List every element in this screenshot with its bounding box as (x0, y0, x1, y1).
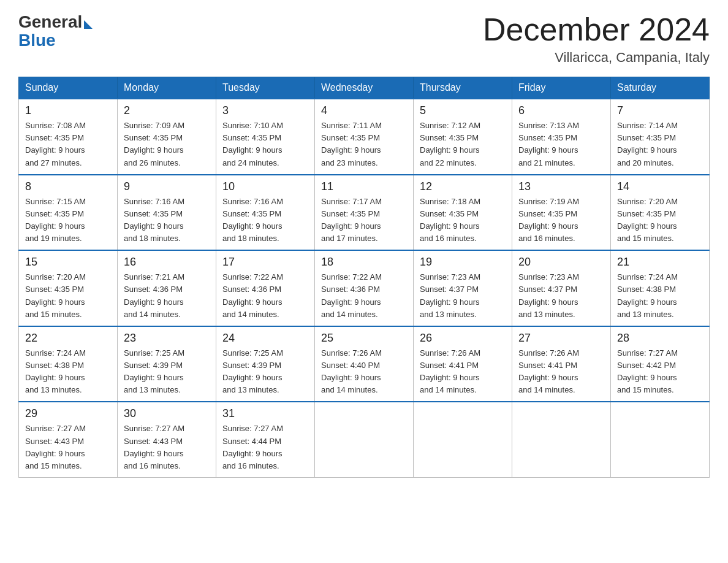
day-number: 17 (222, 256, 308, 269)
day-info: Sunrise: 7:22 AMSunset: 4:36 PMDaylight:… (321, 271, 407, 321)
day-number: 13 (518, 180, 604, 193)
day-number: 3 (222, 104, 308, 117)
day-number: 30 (124, 407, 210, 420)
calendar-cell: 9Sunrise: 7:16 AMSunset: 4:35 PMDaylight… (118, 175, 216, 251)
week-row-5: 29Sunrise: 7:27 AMSunset: 4:43 PMDayligh… (19, 402, 710, 477)
day-number: 26 (420, 332, 506, 345)
day-info: Sunrise: 7:26 AMSunset: 4:41 PMDaylight:… (420, 347, 506, 397)
day-number: 18 (321, 256, 407, 269)
day-number: 8 (25, 180, 111, 193)
calendar-cell: 31Sunrise: 7:27 AMSunset: 4:44 PMDayligh… (216, 402, 315, 477)
calendar-cell: 3Sunrise: 7:10 AMSunset: 4:35 PMDaylight… (216, 99, 315, 175)
day-info: Sunrise: 7:24 AMSunset: 4:38 PMDaylight:… (25, 347, 111, 397)
calendar-cell: 1Sunrise: 7:08 AMSunset: 4:35 PMDaylight… (19, 99, 118, 175)
calendar-cell: 28Sunrise: 7:27 AMSunset: 4:42 PMDayligh… (611, 326, 710, 402)
calendar-cell: 29Sunrise: 7:27 AMSunset: 4:43 PMDayligh… (19, 402, 118, 477)
day-info: Sunrise: 7:27 AMSunset: 4:43 PMDaylight:… (124, 423, 210, 472)
day-info: Sunrise: 7:09 AMSunset: 4:35 PMDaylight:… (124, 120, 210, 169)
day-info: Sunrise: 7:16 AMSunset: 4:35 PMDaylight:… (222, 196, 308, 245)
day-info: Sunrise: 7:23 AMSunset: 4:37 PMDaylight:… (420, 271, 506, 321)
calendar-cell (414, 402, 512, 477)
calendar-header-tuesday: Tuesday (216, 77, 315, 99)
day-number: 19 (420, 256, 506, 269)
day-number: 29 (25, 407, 111, 420)
day-number: 25 (321, 332, 407, 345)
calendar-cell: 7Sunrise: 7:14 AMSunset: 4:35 PMDaylight… (611, 99, 710, 175)
calendar-cell: 8Sunrise: 7:15 AMSunset: 4:35 PMDaylight… (19, 175, 118, 251)
day-info: Sunrise: 7:23 AMSunset: 4:37 PMDaylight:… (518, 271, 604, 321)
day-info: Sunrise: 7:24 AMSunset: 4:38 PMDaylight:… (617, 271, 703, 321)
calendar-cell: 13Sunrise: 7:19 AMSunset: 4:35 PMDayligh… (512, 175, 611, 251)
day-info: Sunrise: 7:21 AMSunset: 4:36 PMDaylight:… (124, 271, 210, 321)
day-number: 23 (124, 332, 210, 345)
calendar-cell: 15Sunrise: 7:20 AMSunset: 4:35 PMDayligh… (19, 250, 118, 326)
day-number: 12 (420, 180, 506, 193)
day-info: Sunrise: 7:14 AMSunset: 4:35 PMDaylight:… (617, 120, 703, 169)
calendar-cell (512, 402, 611, 477)
calendar-header-monday: Monday (118, 77, 216, 99)
calendar-cell: 19Sunrise: 7:23 AMSunset: 4:37 PMDayligh… (414, 250, 512, 326)
day-info: Sunrise: 7:22 AMSunset: 4:36 PMDaylight:… (222, 271, 308, 321)
calendar-cell: 21Sunrise: 7:24 AMSunset: 4:38 PMDayligh… (611, 250, 710, 326)
day-number: 16 (124, 256, 210, 269)
day-info: Sunrise: 7:15 AMSunset: 4:35 PMDaylight:… (25, 196, 111, 245)
location: Villaricca, Campania, Italy (483, 50, 710, 66)
calendar-cell: 26Sunrise: 7:26 AMSunset: 4:41 PMDayligh… (414, 326, 512, 402)
day-number: 10 (222, 180, 308, 193)
day-number: 6 (518, 104, 604, 117)
month-title: December 2024 (483, 12, 710, 47)
day-info: Sunrise: 7:27 AMSunset: 4:43 PMDaylight:… (25, 423, 111, 472)
day-number: 14 (617, 180, 703, 193)
day-number: 4 (321, 104, 407, 117)
calendar-header-sunday: Sunday (19, 77, 118, 99)
day-info: Sunrise: 7:25 AMSunset: 4:39 PMDaylight:… (222, 347, 308, 397)
calendar-header-friday: Friday (512, 77, 611, 99)
day-info: Sunrise: 7:08 AMSunset: 4:35 PMDaylight:… (25, 120, 111, 169)
day-info: Sunrise: 7:25 AMSunset: 4:39 PMDaylight:… (124, 347, 210, 397)
calendar-cell: 17Sunrise: 7:22 AMSunset: 4:36 PMDayligh… (216, 250, 315, 326)
week-row-1: 1Sunrise: 7:08 AMSunset: 4:35 PMDaylight… (19, 99, 710, 175)
calendar-cell (611, 402, 710, 477)
calendar-cell: 4Sunrise: 7:11 AMSunset: 4:35 PMDaylight… (315, 99, 414, 175)
title-section: December 2024 Villaricca, Campania, Ital… (483, 12, 710, 66)
day-info: Sunrise: 7:26 AMSunset: 4:40 PMDaylight:… (321, 347, 407, 397)
logo-general: General (18, 12, 82, 32)
day-info: Sunrise: 7:18 AMSunset: 4:35 PMDaylight:… (420, 196, 506, 245)
day-info: Sunrise: 7:10 AMSunset: 4:35 PMDaylight:… (222, 120, 308, 169)
day-number: 20 (518, 256, 604, 269)
day-info: Sunrise: 7:26 AMSunset: 4:41 PMDaylight:… (518, 347, 604, 397)
calendar-table: SundayMondayTuesdayWednesdayThursdayFrid… (18, 77, 710, 478)
day-number: 9 (124, 180, 210, 193)
calendar-cell: 11Sunrise: 7:17 AMSunset: 4:35 PMDayligh… (315, 175, 414, 251)
logo-arrow-icon (84, 20, 93, 29)
logo: General Blue (18, 12, 93, 50)
day-number: 15 (25, 256, 111, 269)
calendar-cell: 24Sunrise: 7:25 AMSunset: 4:39 PMDayligh… (216, 326, 315, 402)
logo-blue: Blue (18, 31, 56, 50)
calendar-cell: 23Sunrise: 7:25 AMSunset: 4:39 PMDayligh… (118, 326, 216, 402)
day-info: Sunrise: 7:20 AMSunset: 4:35 PMDaylight:… (25, 271, 111, 321)
calendar-cell: 18Sunrise: 7:22 AMSunset: 4:36 PMDayligh… (315, 250, 414, 326)
day-info: Sunrise: 7:16 AMSunset: 4:35 PMDaylight:… (124, 196, 210, 245)
day-number: 2 (124, 104, 210, 117)
day-info: Sunrise: 7:13 AMSunset: 4:35 PMDaylight:… (518, 120, 604, 169)
calendar-cell: 5Sunrise: 7:12 AMSunset: 4:35 PMDaylight… (414, 99, 512, 175)
week-row-4: 22Sunrise: 7:24 AMSunset: 4:38 PMDayligh… (19, 326, 710, 402)
calendar-cell: 22Sunrise: 7:24 AMSunset: 4:38 PMDayligh… (19, 326, 118, 402)
calendar-cell: 20Sunrise: 7:23 AMSunset: 4:37 PMDayligh… (512, 250, 611, 326)
day-number: 31 (222, 407, 308, 420)
calendar-cell: 12Sunrise: 7:18 AMSunset: 4:35 PMDayligh… (414, 175, 512, 251)
calendar-cell: 6Sunrise: 7:13 AMSunset: 4:35 PMDaylight… (512, 99, 611, 175)
calendar-cell: 16Sunrise: 7:21 AMSunset: 4:36 PMDayligh… (118, 250, 216, 326)
day-number: 24 (222, 332, 308, 345)
page-header: General Blue December 2024 Villaricca, C… (18, 12, 710, 66)
day-info: Sunrise: 7:17 AMSunset: 4:35 PMDaylight:… (321, 196, 407, 245)
day-number: 1 (25, 104, 111, 117)
day-info: Sunrise: 7:20 AMSunset: 4:35 PMDaylight:… (617, 196, 703, 245)
day-number: 27 (518, 332, 604, 345)
calendar-cell: 14Sunrise: 7:20 AMSunset: 4:35 PMDayligh… (611, 175, 710, 251)
day-number: 11 (321, 180, 407, 193)
day-info: Sunrise: 7:27 AMSunset: 4:42 PMDaylight:… (617, 347, 703, 397)
week-row-3: 15Sunrise: 7:20 AMSunset: 4:35 PMDayligh… (19, 250, 710, 326)
calendar-cell: 27Sunrise: 7:26 AMSunset: 4:41 PMDayligh… (512, 326, 611, 402)
